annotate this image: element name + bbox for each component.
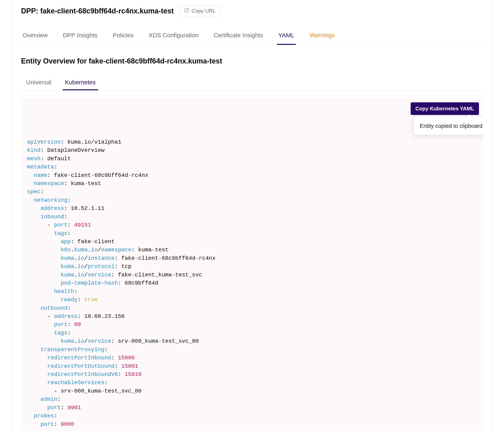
- tab-overview[interactable]: Overview: [21, 27, 49, 45]
- entity-title-name: fake-client-68c9bff64d-rc4nx.kuma-test: [89, 57, 222, 65]
- subtab-kubernetes[interactable]: Kubernetes: [64, 75, 96, 90]
- yaml-content: apiVersion: kuma.io/v1alpha1 kind: Datap…: [27, 138, 477, 428]
- page-title-prefix: DPP:: [21, 7, 40, 15]
- entity-title-prefix: Entity Overview for: [21, 57, 89, 65]
- tab-warnings[interactable]: Warnings: [308, 27, 336, 45]
- copy-url-button[interactable]: Copy URL: [180, 6, 220, 16]
- tab-yaml[interactable]: YAML: [277, 27, 296, 45]
- external-link-icon: [184, 8, 189, 14]
- main-tabs: OverviewDPP InsightsPoliciesXDS Configur…: [12, 27, 492, 45]
- copy-url-label: Copy URL: [191, 8, 216, 14]
- entity-overview-title: Entity Overview for fake-client-68c9bff6…: [21, 57, 483, 65]
- format-tabs: UniversalKubernetes: [21, 75, 483, 90]
- dpp-panel: DPP: fake-client-68c9bff64d-rc4nx.kuma-t…: [12, 0, 492, 431]
- panel-header: DPP: fake-client-68c9bff64d-rc4nx.kuma-t…: [12, 0, 492, 20]
- yaml-code-block: Copy Kubernetes YAML Entity copied to cl…: [21, 98, 483, 431]
- copied-tooltip: Entity copied to clipboard!: [414, 117, 483, 135]
- copy-kubernetes-yaml-button[interactable]: Copy Kubernetes YAML: [411, 102, 479, 115]
- page-title: DPP: fake-client-68c9bff64d-rc4nx.kuma-t…: [21, 7, 174, 15]
- subtab-universal[interactable]: Universal: [26, 75, 52, 90]
- page-title-name: fake-client-68c9bff64d-rc4nx.kuma-test: [40, 7, 174, 15]
- tab-policies[interactable]: Policies: [111, 27, 135, 45]
- tab-certificate-insights[interactable]: Certificate Insights: [212, 27, 265, 45]
- tab-dpp-insights[interactable]: DPP Insights: [61, 27, 99, 45]
- content-area: Entity Overview for fake-client-68c9bff6…: [12, 45, 492, 431]
- tab-xds-configuration[interactable]: XDS Configuration: [147, 27, 200, 45]
